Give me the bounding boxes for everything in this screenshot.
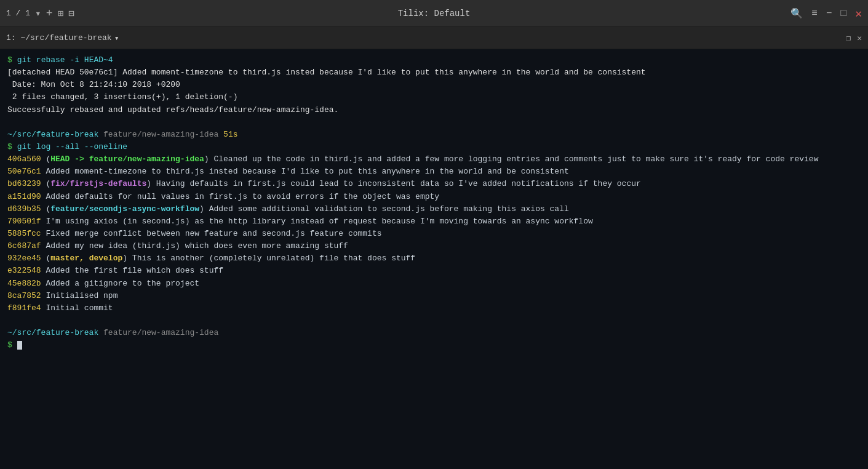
session-bar: 1: ~/src/feature-break ▾ ❐ ✕ (0, 27, 868, 49)
hash-45e882b: 45e882b (7, 279, 41, 288)
hash-6c687af: 6c687af (7, 241, 41, 251)
msg-d639b35: Added some additional validation to seco… (209, 204, 569, 214)
search-icon[interactable]: 🔍 (790, 7, 803, 20)
title-bar-right: 🔍 ≡ − □ ✕ (790, 7, 862, 20)
msg-45e882b: Added a gitignore to the project (46, 279, 199, 288)
dropdown-icon[interactable]: ▾ (35, 7, 41, 20)
maximize-button[interactable]: □ (841, 8, 847, 19)
new-tab-button[interactable]: + (46, 7, 53, 20)
output-line-3: 2 files changed, 3 insertions(+), 1 dele… (7, 92, 237, 102)
title-bar: 1 / 1 ▾ + ⊞ ⊟ Tilix: Default 🔍 ≡ − □ ✕ (0, 0, 868, 27)
output-line-4: Successfully rebased and updated refs/he… (7, 105, 338, 114)
session-name: 1: ~/src/feature-break (6, 33, 112, 42)
msg-a151d90: Added defaults for null values in first.… (46, 192, 439, 201)
final-dollar: $ (7, 340, 12, 350)
title-bar-left: 1 / 1 ▾ + ⊞ ⊟ (6, 7, 74, 20)
cursor (17, 341, 22, 350)
minimize-button[interactable]: − (826, 8, 832, 19)
hash-f891fe4: f891fe4 (7, 303, 41, 313)
hash-a151d90: a151d90 (7, 192, 41, 201)
output-line-1: [detached HEAD 50e76c1] Added moment-tim… (7, 68, 646, 77)
hash-406a560: 406a560 (7, 154, 41, 164)
session-dropdown-icon[interactable]: ▾ (114, 33, 119, 43)
prompt2-branch: feature/new-amazing-idea (103, 328, 218, 337)
hash-932ee45: 932ee45 (7, 254, 41, 263)
restore-icon[interactable]: ❐ (846, 33, 851, 43)
branch-head: HEAD -> feature/new-amazing-idea (50, 154, 204, 164)
terminal-content: $ git rebase -i HEAD~4 [detached HEAD 50… (7, 54, 861, 351)
window-title: Tilix: Default (398, 9, 471, 18)
msg-406a560: Cleaned up the code in third.js and adde… (213, 154, 818, 164)
prompt1-branch: feature/new-amazing-idea (103, 130, 218, 139)
msg-50e76c1: Added moment-timezone to third.js insted… (46, 167, 568, 176)
prompt-dollar-1: $ (7, 55, 12, 65)
msg-e322548: Added the first file which does stuff (46, 266, 223, 275)
menu-icon[interactable]: ≡ (811, 8, 818, 19)
prompt-dollar-2: $ (7, 142, 12, 151)
split-icon[interactable]: ⊟ (68, 7, 74, 20)
prompt1-path: ~/src/feature-break (7, 130, 98, 139)
branch-fix: fix/firstjs-defaults (50, 179, 146, 188)
msg-5885fcc: Fixed merge conflict between new feature… (46, 229, 381, 238)
new-window-icon[interactable]: ⊞ (57, 7, 63, 20)
hash-bd63239: bd63239 (7, 179, 41, 188)
hash-50e76c1: 50e76c1 (7, 167, 41, 176)
close-button[interactable]: ✕ (855, 7, 862, 20)
command-2: git log --all --oneline (17, 142, 127, 151)
tab-indicator: 1 / 1 (6, 9, 30, 18)
session-close-icon[interactable]: ✕ (857, 33, 862, 43)
msg-bd63239: Having defaults in first.js could lead t… (156, 179, 641, 188)
msg-6c687af: Added my new idea (third.js) which does … (46, 241, 348, 251)
prompt2-path: ~/src/feature-break (7, 328, 98, 337)
msg-8ca7852: Initialised npm (46, 291, 117, 300)
branch-feature2: feature/secondjs-async-workflow (50, 204, 199, 214)
hash-5885fcc: 5885fcc (7, 229, 41, 238)
session-label: 1: ~/src/feature-break ▾ (6, 33, 119, 43)
hash-790501f: 790501f (7, 217, 41, 226)
msg-f891fe4: Initial commit (46, 303, 113, 313)
msg-932ee45: This is another (completely unrelated) f… (132, 254, 415, 263)
terminal-area[interactable]: $ git rebase -i HEAD~4 [detached HEAD 50… (0, 49, 868, 469)
output-line-2: Date: Mon Oct 8 21:24:10 2018 +0200 (7, 80, 180, 89)
hash-e322548: e322548 (7, 266, 41, 275)
prompt1-time: 51s (223, 130, 237, 139)
hash-d639b35: d639b35 (7, 204, 41, 214)
hash-8ca7852: 8ca7852 (7, 291, 41, 300)
session-right-controls: ❐ ✕ (846, 33, 862, 43)
command-1: git rebase -i HEAD~4 (17, 55, 113, 65)
branch-master-develop: master, develop (50, 254, 122, 263)
msg-790501f: I'm using axios (in second.js) as the ht… (46, 217, 592, 226)
